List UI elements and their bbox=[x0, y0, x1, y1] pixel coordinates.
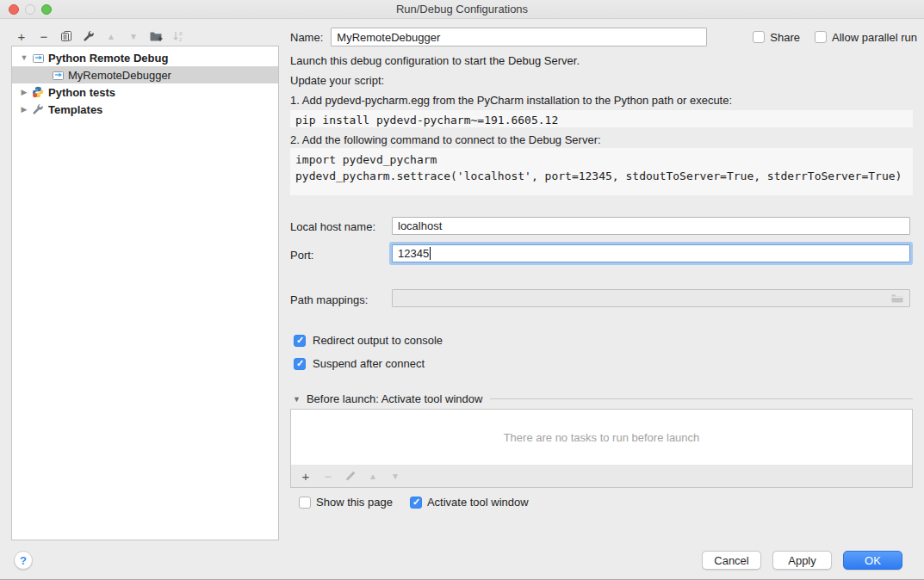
instructions-line-1: Launch this debug configuration to start… bbox=[290, 54, 580, 67]
allow-parallel-run-checkbox-group[interactable]: Allow parallel run bbox=[815, 31, 917, 44]
svg-text:z: z bbox=[179, 36, 182, 42]
ok-button[interactable]: OK bbox=[843, 551, 902, 570]
before-launch-header[interactable]: ▼ Before launch: Activate tool window bbox=[293, 392, 913, 405]
port-input[interactable]: 12345 bbox=[392, 244, 910, 262]
name-input[interactable]: MyRemoteDebugger bbox=[331, 28, 707, 46]
sort-az-icon: a z bbox=[172, 30, 184, 42]
new-folder-icon bbox=[149, 30, 163, 42]
activate-tool-window-checkbox[interactable] bbox=[410, 497, 422, 509]
python-tests-icon bbox=[32, 86, 45, 98]
add-task-button[interactable]: + bbox=[295, 466, 317, 485]
help-button[interactable]: ? bbox=[14, 551, 33, 570]
local-host-name-input[interactable]: localhost bbox=[392, 217, 910, 235]
svg-text:a: a bbox=[179, 30, 183, 36]
settrace-code-block: import pydevd_pycharm pydevd_pycharm.set… bbox=[290, 148, 913, 195]
close-window-button[interactable] bbox=[9, 4, 19, 15]
run-debug-configurations-dialog: Run/Debug Configurations + − ▲ ▼ bbox=[0, 0, 924, 580]
tree-item-python-remote-debug[interactable]: ▼ Python Remote Debug bbox=[12, 49, 278, 66]
add-configuration-button[interactable]: + bbox=[10, 26, 33, 46]
footer-options: Show this page Activate tool window bbox=[299, 496, 529, 509]
code-line: pip install pydevd-pycharm~=191.6605.12 bbox=[295, 112, 908, 128]
separator-line bbox=[490, 398, 913, 399]
tree-item-python-tests[interactable]: ▶ Python tests bbox=[12, 83, 278, 101]
window-title: Run/Debug Configurations bbox=[396, 3, 528, 15]
up-triangle-icon: ▲ bbox=[369, 472, 377, 481]
move-down-button[interactable]: ▼ bbox=[122, 26, 145, 46]
remove-configuration-button[interactable]: − bbox=[33, 26, 55, 46]
minimize-window-button[interactable] bbox=[25, 4, 35, 15]
move-up-button[interactable]: ▲ bbox=[100, 26, 122, 46]
move-task-up-button[interactable]: ▲ bbox=[362, 466, 384, 485]
port-label: Port: bbox=[290, 249, 313, 262]
collapsed-chevron-icon[interactable]: ▶ bbox=[18, 88, 30, 96]
suspend-after-connect-checkbox-group[interactable]: Suspend after connect bbox=[294, 357, 425, 370]
new-folder-button[interactable] bbox=[145, 26, 167, 46]
copy-icon bbox=[60, 30, 72, 42]
local-host-name-label: Local host name: bbox=[290, 220, 375, 233]
copy-configuration-button[interactable] bbox=[55, 26, 78, 46]
ok-button-label: OK bbox=[865, 554, 881, 567]
wrench-icon bbox=[83, 30, 95, 42]
zoom-window-button[interactable] bbox=[41, 4, 52, 15]
redirect-output-label: Redirect output to console bbox=[313, 334, 443, 347]
down-triangle-icon: ▼ bbox=[391, 472, 400, 481]
code-line: import pydevd_pycharm bbox=[295, 151, 908, 168]
folder-icon[interactable] bbox=[890, 293, 904, 304]
allow-parallel-run-checkbox[interactable] bbox=[815, 31, 827, 43]
pencil-icon bbox=[344, 470, 357, 482]
local-host-name-value: localhost bbox=[398, 219, 442, 232]
empty-tasks-message: There are no tasks to run before launch bbox=[504, 431, 700, 444]
sort-configurations-button[interactable]: a z bbox=[167, 26, 189, 46]
collapsed-chevron-icon[interactable]: ▶ bbox=[18, 105, 30, 114]
apply-button[interactable]: Apply bbox=[772, 551, 832, 570]
down-triangle-icon: ▼ bbox=[129, 32, 138, 41]
tree-item-myremotedebugger[interactable]: MyRemoteDebugger bbox=[12, 66, 278, 83]
tree-item-templates[interactable]: ▶ Templates bbox=[12, 101, 278, 118]
share-label: Share bbox=[770, 31, 800, 44]
minus-icon: − bbox=[325, 469, 332, 484]
show-this-page-checkbox[interactable] bbox=[299, 497, 311, 509]
name-row: Name: MyRemoteDebugger Share Allow paral… bbox=[290, 28, 917, 46]
redirect-output-checkbox-group[interactable]: Redirect output to console bbox=[294, 334, 443, 347]
redirect-output-checkbox[interactable] bbox=[294, 335, 306, 347]
edit-task-button[interactable] bbox=[339, 466, 362, 485]
share-checkbox[interactable] bbox=[753, 31, 765, 43]
instructions-line-2: Update your script: bbox=[290, 74, 384, 87]
show-this-page-label: Show this page bbox=[316, 496, 393, 509]
suspend-after-connect-label: Suspend after connect bbox=[313, 357, 425, 370]
before-launch-task-list[interactable]: There are no tasks to run before launch bbox=[290, 409, 913, 466]
remote-debug-icon bbox=[52, 69, 65, 81]
path-mappings-input[interactable] bbox=[392, 289, 910, 307]
move-task-down-button[interactable]: ▼ bbox=[384, 466, 406, 485]
configurations-toolbar: + − ▲ ▼ a z bbox=[10, 26, 189, 46]
edit-templates-button[interactable] bbox=[78, 26, 100, 46]
pip-install-code: pip install pydevd-pycharm~=191.6605.12 bbox=[290, 110, 913, 127]
question-mark-icon: ? bbox=[20, 554, 27, 567]
up-triangle-icon: ▲ bbox=[107, 32, 115, 41]
remove-task-button[interactable]: − bbox=[317, 466, 339, 485]
remote-debug-icon bbox=[32, 52, 45, 64]
show-this-page-checkbox-group[interactable]: Show this page bbox=[299, 496, 393, 509]
path-mappings-label: Path mappings: bbox=[290, 293, 368, 306]
expanded-chevron-icon[interactable]: ▼ bbox=[18, 53, 30, 62]
title-bar[interactable]: Run/Debug Configurations bbox=[0, 0, 924, 19]
plus-icon: + bbox=[302, 469, 310, 484]
share-checkbox-group[interactable]: Share bbox=[753, 31, 800, 44]
cancel-button[interactable]: Cancel bbox=[702, 551, 761, 570]
text-cursor bbox=[430, 247, 431, 260]
code-line: pydevd_pycharm.settrace('localhost', por… bbox=[295, 168, 908, 184]
activate-tool-window-checkbox-group[interactable]: Activate tool window bbox=[410, 496, 529, 509]
apply-button-label: Apply bbox=[788, 554, 816, 567]
suspend-after-connect-checkbox[interactable] bbox=[294, 358, 306, 370]
allow-parallel-run-label: Allow parallel run bbox=[832, 31, 917, 44]
cancel-button-label: Cancel bbox=[714, 554, 748, 567]
expanded-chevron-icon[interactable]: ▼ bbox=[293, 395, 301, 404]
activate-tool-window-label: Activate tool window bbox=[427, 496, 529, 509]
header-checkboxes: Share Allow parallel run bbox=[753, 31, 917, 44]
instructions-step-1: 1. Add pydevd-pycharm.egg from the PyCha… bbox=[290, 94, 732, 107]
name-label: Name: bbox=[290, 31, 323, 44]
minus-icon: − bbox=[40, 29, 48, 44]
tree-item-label: Python tests bbox=[48, 86, 115, 99]
name-value: MyRemoteDebugger bbox=[337, 31, 440, 44]
instructions-step-2: 2. Add the following command to connect … bbox=[290, 133, 601, 146]
